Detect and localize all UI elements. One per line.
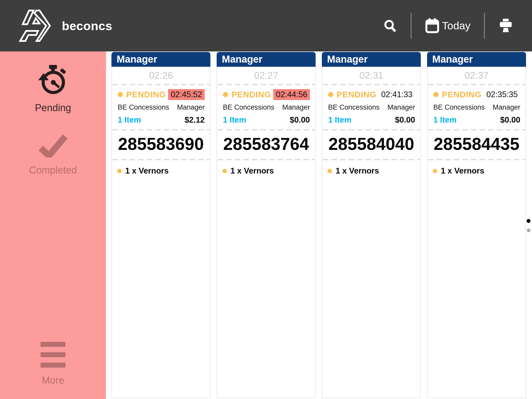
items-count: 1 Item xyxy=(118,115,141,125)
sidebar: Pending Completed More xyxy=(0,51,106,399)
board: Manager 02:26 PENDING 02:45:52 BE Conces… xyxy=(106,51,532,399)
order-card[interactable]: Manager 02:26 PENDING 02:45:52 BE Conces… xyxy=(111,52,210,398)
pagination-dots xyxy=(527,219,530,232)
status-label: PENDING xyxy=(231,90,271,99)
elapsed-timer: 02:35:35 xyxy=(484,89,520,100)
order-number: 285583690 xyxy=(112,130,210,159)
order-card[interactable]: Manager 02:31 PENDING 02:41:33 BE Conces… xyxy=(322,52,421,398)
item-dot-icon xyxy=(328,169,332,173)
destination-label: Manager xyxy=(282,103,310,111)
card-items: 1 x Vernors xyxy=(217,160,315,182)
brand: beconcs xyxy=(15,9,112,42)
sidebar-item-completed[interactable]: Completed xyxy=(0,134,106,176)
items-count: 1 Item xyxy=(433,115,457,125)
order-total: $0.00 xyxy=(290,115,310,125)
elapsed-timer: 02:41:33 xyxy=(378,89,415,100)
status-label: PENDING xyxy=(442,90,482,99)
item-dot-icon xyxy=(117,169,122,173)
status-block: PENDING 02:41:33 BE Concessions Manager … xyxy=(322,85,420,129)
status-dot-icon xyxy=(433,92,438,97)
status-dot-icon xyxy=(223,92,228,97)
card-station-header: Manager xyxy=(427,52,526,67)
sidebar-item-more[interactable]: More xyxy=(0,342,106,386)
card-body: 02:26 PENDING 02:45:52 BE Concessions Ma… xyxy=(111,67,210,398)
order-placed-time: 02:26 xyxy=(112,67,210,84)
item-row: 1 x Vernors xyxy=(328,166,415,176)
date-label: Today xyxy=(442,20,470,32)
station-name: Manager xyxy=(222,54,262,65)
venue-label: BE Concessions xyxy=(433,103,485,111)
checkmark-icon xyxy=(38,134,68,157)
brand-name: beconcs xyxy=(62,19,112,33)
status-dot-icon xyxy=(118,92,123,97)
item-label: 1 x Vernors xyxy=(336,166,379,176)
items-count: 1 Item xyxy=(328,115,351,125)
order-card[interactable]: Manager 02:37 PENDING 02:35:35 BE Conces… xyxy=(427,52,526,398)
items-count: 1 Item xyxy=(223,115,246,125)
destination-label: Manager xyxy=(493,103,520,111)
item-label: 1 x Vernors xyxy=(230,166,274,176)
station-name: Manager xyxy=(432,54,473,65)
elapsed-timer: 02:45:52 xyxy=(168,89,205,100)
card-station-header: Manager xyxy=(111,52,210,67)
calendar-icon xyxy=(425,18,440,33)
order-card[interactable]: Manager 02:27 PENDING 02:44:56 BE Conces… xyxy=(217,52,316,398)
order-total: $0.00 xyxy=(395,115,415,125)
sidebar-item-label: Pending xyxy=(35,102,71,114)
destination-label: Manager xyxy=(387,103,415,111)
item-dot-icon xyxy=(222,169,227,173)
station-name: Manager xyxy=(117,54,157,65)
card-body: 02:27 PENDING 02:44:56 BE Concessions Ma… xyxy=(217,67,316,398)
status-label: PENDING xyxy=(337,90,376,99)
venue-label: BE Concessions xyxy=(118,103,169,111)
card-station-header: Manager xyxy=(322,52,421,67)
order-number: 285584040 xyxy=(322,130,420,159)
item-row: 1 x Vernors xyxy=(433,166,520,176)
station-name: Manager xyxy=(327,54,368,65)
page-dot-active[interactable] xyxy=(527,219,530,223)
destination-label: Manager xyxy=(177,103,205,111)
elapsed-timer: 02:44:56 xyxy=(273,89,310,100)
status-label: PENDING xyxy=(126,90,166,99)
order-placed-time: 02:31 xyxy=(322,67,420,84)
venue-label: BE Concessions xyxy=(223,103,274,111)
divider xyxy=(484,13,485,39)
card-station-header: Manager xyxy=(217,52,316,67)
print-button[interactable] xyxy=(498,18,513,33)
search-icon xyxy=(383,19,397,33)
a-arrow-logo-icon xyxy=(15,9,54,42)
card-items: 1 x Vernors xyxy=(322,160,420,182)
sidebar-item-label: Completed xyxy=(29,165,77,176)
hamburger-icon xyxy=(41,342,65,368)
item-row: 1 x Vernors xyxy=(117,166,205,176)
card-items: 1 x Vernors xyxy=(112,160,210,182)
item-label: 1 x Vernors xyxy=(125,166,169,176)
sidebar-item-pending[interactable]: Pending xyxy=(0,65,106,114)
order-placed-time: 02:27 xyxy=(217,67,315,84)
order-number: 285584435 xyxy=(428,130,526,159)
status-badge: PENDING xyxy=(328,90,376,99)
page-dot[interactable] xyxy=(527,229,530,232)
status-badge: PENDING xyxy=(223,90,271,99)
card-body: 02:31 PENDING 02:41:33 BE Concessions Ma… xyxy=(322,67,421,398)
status-block: PENDING 02:45:52 BE Concessions Manager … xyxy=(112,85,210,129)
search-button[interactable] xyxy=(383,19,397,33)
divider xyxy=(411,13,411,39)
sidebar-item-label: More xyxy=(42,375,64,386)
status-badge: PENDING xyxy=(118,90,166,99)
order-number: 285583764 xyxy=(217,130,315,159)
card-body: 02:37 PENDING 02:35:35 BE Concessions Ma… xyxy=(427,67,526,398)
date-picker-button[interactable]: Today xyxy=(425,18,470,33)
status-badge: PENDING xyxy=(433,90,482,99)
item-dot-icon xyxy=(433,169,437,173)
venue-label: BE Concessions xyxy=(328,103,380,111)
printer-icon xyxy=(498,18,513,33)
status-dot-icon xyxy=(328,92,333,97)
topbar: beconcs Today xyxy=(0,0,532,51)
status-block: PENDING 02:44:56 BE Concessions Manager … xyxy=(217,85,315,129)
item-label: 1 x Vernors xyxy=(441,166,484,176)
stopwatch-icon xyxy=(38,65,68,96)
status-block: PENDING 02:35:35 BE Concessions Manager … xyxy=(428,85,526,129)
item-row: 1 x Vernors xyxy=(222,166,310,176)
order-total: $2.12 xyxy=(184,115,205,125)
